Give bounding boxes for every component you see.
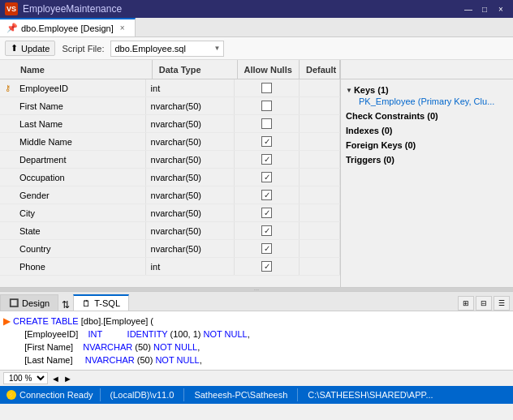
table-row[interactable]: City nvarchar(50) [0, 204, 340, 222]
table-row[interactable]: Last Name nvarchar(50) [0, 115, 340, 133]
table-row[interactable]: First Name nvarchar(50) [0, 97, 340, 115]
foreign-keys-header[interactable]: Foreign Keys (0) [346, 139, 508, 151]
split-view-button[interactable]: ⊟ [476, 296, 492, 311]
cell-type: nvarchar(50) [146, 133, 235, 150]
cell-default [300, 204, 340, 221]
cell-name: EmployeeID [15, 79, 146, 96]
sql-line: [EmployeeID] INT IDENTITY (100, 1) NOT N… [3, 328, 510, 341]
status-separator [100, 388, 101, 401]
sql-line: [Last Name] NVARCHAR (50) NOT NULL, [3, 354, 510, 366]
cell-nulls [235, 258, 300, 275]
tab-design[interactable]: 🔲 Design [0, 294, 58, 311]
null-checkbox[interactable] [261, 190, 272, 200]
cell-nulls [235, 79, 300, 96]
indexes-header[interactable]: Indexes (0) [346, 125, 508, 136]
cell-type: nvarchar(50) [146, 151, 235, 168]
cell-name: Middle Name [15, 133, 146, 150]
zoom-minus-icon[interactable]: ◄ [51, 374, 60, 384]
sql-editor[interactable]: ▶ CREATE TABLE [dbo].[Employee] ( [Emplo… [0, 311, 513, 370]
table-row[interactable]: Gender nvarchar(50) [0, 186, 340, 204]
null-checkbox[interactable] [261, 172, 272, 182]
dropdown-arrow-icon: ▼ [214, 45, 221, 52]
cell-type: nvarchar(50) [146, 97, 235, 114]
cell-nulls [235, 151, 300, 168]
keys-group: ▼ Keys (1) PK_Employee (Primary Key, Clu… [346, 84, 508, 107]
table-row[interactable]: Department nvarchar(50) [0, 151, 340, 169]
tsql-tab-label: T-SQL [94, 298, 120, 308]
zoom-select[interactable]: 100 % 75 % 150 % [3, 372, 48, 384]
update-button[interactable]: ⬆ Update [5, 41, 55, 56]
keys-label: Keys (1) [354, 85, 389, 95]
cell-nulls [235, 115, 300, 132]
maximize-button[interactable]: □ [477, 3, 492, 15]
triggers-header[interactable]: Triggers (0) [346, 154, 508, 165]
cell-nulls [235, 97, 300, 114]
status-indicator: ⚡ Connection Ready [6, 390, 93, 400]
server-label: (LocalDB)\v11.0 [107, 390, 178, 400]
sql-line-content: [EmployeeID] INT IDENTITY (100, 1) NOT N… [15, 328, 250, 341]
list-view-button[interactable]: ☰ [494, 296, 510, 311]
status-separator [183, 388, 184, 401]
cell-default [300, 169, 340, 186]
cell-nulls [235, 133, 300, 150]
zoom-bar: 100 % 75 % 150 % ◄ ► [0, 370, 513, 386]
bottom-tab-bar: 🔲 Design ⇅ 🗒 T-SQL ⊞ ⊟ ☰ [0, 292, 513, 311]
zoom-plus-icon[interactable]: ► [63, 374, 72, 384]
table-section: Name Data Type Allow Nulls Default ⚷ Emp… [0, 60, 341, 287]
cell-type: nvarchar(50) [146, 115, 235, 132]
tab-label: dbo.Employee [Design] [21, 24, 114, 33]
tab-sort-icon[interactable]: ⇅ [58, 299, 73, 311]
cell-type: int [146, 79, 235, 96]
table-row[interactable]: Phone int [0, 258, 340, 276]
col-header-default: Default [300, 60, 340, 79]
script-file-label: Script File: [62, 44, 104, 54]
close-button[interactable]: × [494, 3, 508, 15]
null-checkbox[interactable] [261, 225, 272, 236]
user-label: Satheesh-PC\Satheesh [191, 390, 291, 400]
script-file-dropdown[interactable]: dbo.Employee.sql ▼ [110, 41, 224, 57]
bottom-panel-toolbar: ⊞ ⊟ ☰ [458, 296, 513, 311]
keys-group-header[interactable]: ▼ Keys (1) [346, 84, 508, 96]
null-checkbox[interactable] [261, 136, 272, 147]
check-constraints-header[interactable]: Check Constraints (0) [346, 110, 508, 122]
table-row[interactable]: Occupation nvarchar(50) [0, 169, 340, 186]
tab-design[interactable]: 📌 dbo.Employee [Design] × [0, 18, 136, 36]
vs-icon: VS [5, 2, 18, 15]
null-checkbox[interactable] [261, 118, 272, 129]
keys-item[interactable]: PK_Employee (Primary Key, Clu... [346, 96, 508, 107]
null-checkbox[interactable] [261, 101, 272, 111]
cell-nulls [235, 186, 300, 204]
tab-tsql[interactable]: 🗒 T-SQL [73, 294, 129, 311]
minimize-button[interactable]: — [461, 3, 476, 15]
table-row[interactable]: Middle Name nvarchar(50) [0, 133, 340, 151]
keys-triangle-icon: ▼ [346, 87, 352, 94]
cell-type: nvarchar(50) [146, 240, 235, 257]
foreign-keys-group: Foreign Keys (0) [346, 139, 508, 151]
cell-nulls [235, 222, 300, 239]
cell-nulls [235, 204, 300, 221]
null-checkbox[interactable] [261, 83, 272, 93]
null-checkbox[interactable] [261, 243, 272, 254]
title-bar: VS EmployeeMaintenance — □ × [0, 0, 513, 18]
null-checkbox[interactable] [261, 154, 272, 165]
table-row[interactable]: State nvarchar(50) [0, 222, 340, 240]
cell-type: int [146, 258, 235, 275]
table-row[interactable]: Country nvarchar(50) [0, 240, 340, 258]
null-checkbox[interactable] [261, 261, 272, 272]
cell-nulls [235, 240, 300, 257]
tsql-tab-icon: 🗒 [82, 298, 91, 308]
table-props-area: Name Data Type Allow Nulls Default ⚷ Emp… [0, 60, 513, 287]
cell-default [300, 115, 340, 132]
cell-type: nvarchar(50) [146, 222, 235, 239]
table-row[interactable]: ⚷ EmployeeID int [0, 79, 340, 97]
cell-name: Country [15, 240, 146, 257]
script-file-value: dbo.Employee.sql [114, 44, 185, 54]
null-checkbox[interactable] [261, 208, 272, 218]
toolbar: ⬆ Update Script File: dbo.Employee.sql ▼ [0, 37, 513, 60]
path-label: C:\SATHEESH\SHARED\APP... [304, 390, 436, 400]
grid-view-button[interactable]: ⊞ [458, 296, 474, 311]
tab-close-button[interactable]: × [117, 23, 128, 34]
sql-line-content: [Last Name] NVARCHAR (50) NOT NULL, [15, 354, 202, 366]
column-header-row: Name Data Type Allow Nulls Default [0, 60, 340, 79]
triggers-label: Triggers (0) [346, 155, 394, 165]
